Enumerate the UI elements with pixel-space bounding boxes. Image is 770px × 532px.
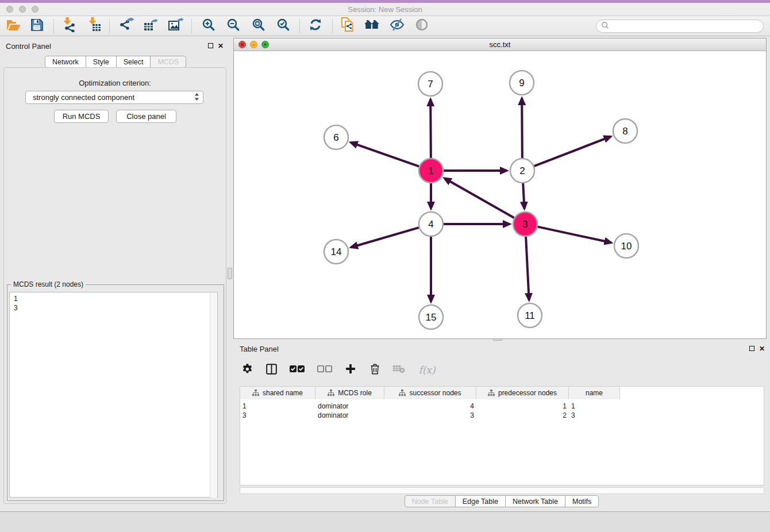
clone-network-button[interactable] [337,17,358,35]
close-icon: ✕ [759,345,765,353]
function-builder-button[interactable]: f(x) [415,363,438,377]
cell-successor-nodes: 3 [384,411,476,419]
cell-shared-name: 1 [240,402,315,410]
open-folder-icon [6,18,21,34]
cell-mcds-role: dominator [315,411,384,419]
cell-mcds-role: dominator [315,402,384,410]
optimization-criterion-label: Optimization criterion: [0,79,230,87]
toolbar-separator [332,19,333,33]
graph-node-label: 11 [525,310,535,321]
tab-select[interactable]: Select [116,56,151,68]
column-header-name[interactable]: name [569,387,620,399]
show-graphics-button[interactable] [411,17,432,35]
select-all-button[interactable] [288,363,306,377]
graph-edge-1-7[interactable] [430,99,431,158]
zoom-fit-button[interactable] [248,17,269,35]
unchecked-boxes-icon [317,364,333,376]
toolbar-separator [191,19,192,33]
control-panel-float-button[interactable] [206,43,214,50]
table-panel-close-button[interactable]: ✕ [758,345,766,353]
selected-option-label: strongly connected component [33,93,194,102]
save-session-button[interactable] [26,17,47,35]
export-network-button[interactable] [117,17,137,35]
columns-icon [265,363,278,377]
tab-network-table[interactable]: Network Table [505,495,565,507]
network-window-titlebar: ✕ – + scc.txt [234,38,766,51]
zoom-selected-button[interactable] [273,17,294,35]
graph-node-label: 4 [428,219,433,230]
tab-network[interactable]: Network [45,56,86,68]
graph-node-label: 7 [428,79,433,90]
mcds-result-textarea[interactable]: 1 3 [9,292,218,498]
toolbar-separator [53,19,54,33]
import-table-button[interactable] [84,17,105,35]
delete-column-button[interactable] [367,363,382,377]
optimization-criterion-select[interactable]: strongly connected component [25,91,203,104]
graph-node-label: 10 [621,241,632,252]
table-tabs: Node Table Edge Table Network Table Moti… [233,495,770,507]
import-network-button[interactable] [59,17,80,35]
main-toolbar [0,16,770,36]
zoom-selected-icon [276,18,290,34]
graph-edge-2-8[interactable] [534,137,611,166]
mcds-result-group: MCDS result (2 nodes) 1 3 [7,284,224,501]
export-image-button[interactable] [165,17,186,35]
control-panel-close-button[interactable]: ✕ [217,43,225,50]
refresh-icon [309,18,322,34]
tab-node-table[interactable]: Node Table [405,495,456,507]
graph-edge-2-9[interactable] [522,98,522,158]
column-header-predecessor-nodes[interactable]: predecessor nodes [476,387,569,399]
vertical-divider-grip[interactable] [228,268,232,279]
zoom-out-icon [226,18,240,34]
tab-mcds[interactable]: MCDS [150,56,186,68]
tree-icon [488,390,495,396]
graph-edge-1-6[interactable] [351,142,419,167]
graph-edge-3-11[interactable] [526,237,529,300]
column-header-shared-name[interactable]: shared name [240,387,315,399]
table-settings-button[interactable] [240,363,255,377]
result-scrollbar[interactable] [210,293,217,498]
graph-edge-4-14[interactable] [351,228,419,247]
table-toolbar: f(x) [240,358,438,381]
graph-edge-3-10[interactable] [538,227,611,243]
home-icon [364,18,380,33]
column-header-successor-nodes[interactable]: successor nodes [384,387,476,399]
import-table-icon [87,17,102,34]
network-graph[interactable]: 7968124314101511 [234,51,766,338]
table-horizontal-scrollbar[interactable] [240,487,764,494]
cell-predecessor-nodes: 2 [476,411,569,419]
close-panel-button[interactable]: Close panel [116,110,176,123]
graph-node-label: 1 [428,165,433,176]
open-session-button[interactable] [3,17,24,35]
float-icon [208,43,213,48]
clone-network-icon [340,17,355,35]
table-row[interactable]: 3 dominator 3 2 3 [240,411,765,420]
export-network-icon [120,17,134,34]
zoom-out-button[interactable] [223,17,244,35]
eye-disabled-icon [415,18,429,34]
column-header-mcds-role[interactable]: MCDS role [315,387,384,399]
fx-icon: f(x) [418,364,435,376]
hide-graphics-button[interactable] [387,17,407,35]
graph-edge-2-3[interactable] [523,183,524,209]
table-panel-float-button[interactable] [748,345,756,353]
zoom-in-button[interactable] [198,17,219,35]
network-window: ✕ – + scc.txt 7968124314101511 [233,38,767,339]
tab-motifs[interactable]: Motifs [565,495,599,507]
graph-node-label: 8 [622,126,627,137]
deselect-all-button[interactable] [315,363,334,377]
tab-style[interactable]: Style [86,56,117,68]
table-row[interactable]: 1 dominator 4 1 1 [240,402,765,411]
export-table-button[interactable] [140,17,161,35]
graph-node-label: 9 [519,78,524,88]
run-mcds-button[interactable]: Run MCDS [54,110,109,123]
tab-edge-table[interactable]: Edge Table [455,495,506,507]
tree-icon [399,390,406,396]
delete-table-button[interactable] [391,363,406,377]
create-column-button[interactable] [343,363,358,377]
graph-edge-3-1[interactable] [444,178,514,218]
search-input[interactable] [609,22,763,30]
column-layout-button[interactable] [264,363,279,377]
home-button[interactable] [361,17,382,35]
refresh-button[interactable] [305,17,326,35]
